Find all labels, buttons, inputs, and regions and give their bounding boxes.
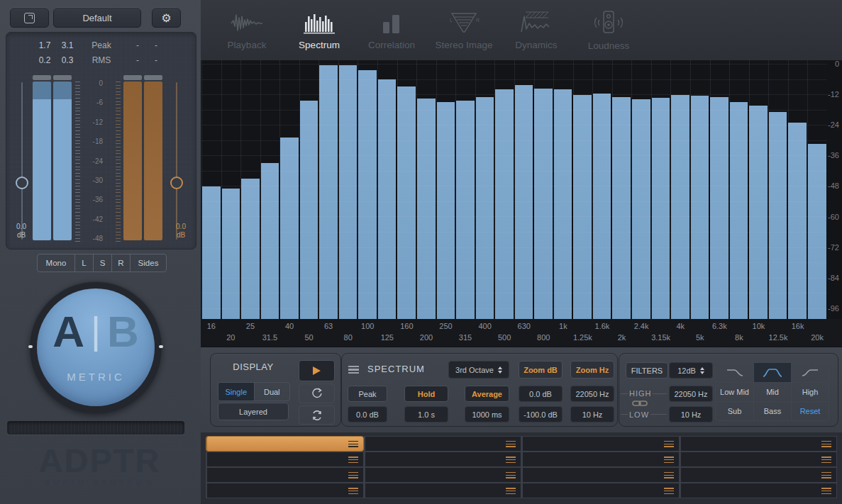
resolution-dropdown[interactable]: 3rd Octave	[448, 361, 509, 379]
filter-band-grid: Low Mid Mid High Sub Bass Reset	[715, 362, 829, 421]
tab-stereo-image[interactable]: L R Stereo Image	[428, 0, 500, 60]
filter-slope-dropdown[interactable]: 12dB	[669, 362, 713, 379]
snapshot-slot-r3c4[interactable]	[680, 467, 838, 483]
snapshot-slot-r4c4[interactable]	[680, 483, 838, 498]
drag-handle-icon[interactable]	[348, 472, 358, 478]
tab-correlation[interactable]: Correlation	[355, 0, 428, 60]
snapshot-slot-r4c1[interactable]	[206, 483, 364, 498]
snapshot-slot-r1c3[interactable]	[521, 436, 680, 452]
spectrum-bar-630	[514, 85, 534, 319]
spectrum-chart[interactable]: 0-12-24-36-48-60-72-84-96	[201, 60, 842, 319]
zoom-db-button[interactable]: Zoom dB	[519, 361, 563, 379]
dynamics-icon	[520, 11, 553, 35]
band-low-mid-button[interactable]: Low Mid	[716, 382, 753, 401]
hold-time-field[interactable]: 1.0 s	[404, 406, 448, 422]
meter-scale-label: -18	[83, 138, 103, 145]
snapshot-slot-r1c2[interactable]	[364, 436, 522, 452]
drag-handle-icon[interactable]	[821, 472, 831, 478]
drag-handle-icon[interactable]	[664, 488, 674, 494]
spinner-icon[interactable]	[700, 367, 704, 374]
menu-icon[interactable]	[348, 366, 359, 374]
sync-button[interactable]	[299, 405, 335, 425]
tab-spectrum[interactable]: Spectrum	[283, 0, 355, 60]
drag-handle-icon[interactable]	[348, 441, 358, 447]
snapshot-slot-r4c3[interactable]	[521, 483, 680, 498]
drag-handle-icon[interactable]	[664, 457, 674, 463]
playback-position-strip[interactable]	[7, 421, 184, 435]
channel-button-r[interactable]: R	[111, 254, 130, 271]
channel-button-s[interactable]: S	[93, 254, 111, 271]
snapshot-slot-r3c2[interactable]	[364, 467, 522, 483]
gain-fader-knob-a[interactable]	[16, 177, 28, 189]
zoom-hz-button[interactable]: Zoom Hz	[570, 361, 614, 379]
band-high-button[interactable]: High	[791, 382, 829, 401]
drag-handle-icon[interactable]	[821, 441, 831, 447]
play-button[interactable]	[299, 360, 335, 381]
drag-handle-icon[interactable]	[506, 441, 516, 447]
link-icon[interactable]	[632, 399, 648, 408]
highpass-filter-button[interactable]	[791, 363, 829, 382]
channel-button-mono[interactable]: Mono	[38, 254, 74, 271]
channel-button-sides[interactable]: Sides	[130, 254, 166, 271]
spinner-icon[interactable]	[498, 366, 502, 374]
display-layered-button[interactable]: Layered	[218, 403, 289, 420]
snapshot-slot-r3c1[interactable]	[206, 467, 364, 483]
channel-button-l[interactable]: L	[74, 254, 93, 271]
drag-handle-icon[interactable]	[348, 488, 358, 494]
drag-handle-icon[interactable]	[821, 488, 831, 494]
drag-handle-icon[interactable]	[506, 472, 516, 478]
loop-button[interactable]	[299, 383, 335, 403]
meter-scale-label: -30	[83, 177, 103, 184]
average-time-field[interactable]: 1000 ms	[465, 406, 509, 422]
resize-window-button[interactable]	[10, 9, 49, 28]
peak-button[interactable]: Peak	[348, 386, 387, 402]
freq-tick-label: 1.6k	[595, 322, 610, 330]
frequency-axis: 16202531.5405063801001251602002503154005…	[201, 319, 842, 346]
band-bass-button[interactable]: Bass	[753, 401, 791, 420]
spectrum-bar-6.3k	[709, 97, 729, 319]
spectrum-bar-1.6k	[592, 94, 612, 319]
freq-min-field[interactable]: 10 Hz	[570, 406, 614, 422]
snapshot-slot-r2c4[interactable]	[680, 452, 838, 467]
snapshot-slot-r2c3[interactable]	[521, 452, 680, 467]
slope-field[interactable]: 0.0 dB	[519, 386, 563, 402]
ab-button-ring: A | B METRIC	[30, 281, 162, 413]
snapshot-slot-r2c2[interactable]	[364, 452, 522, 467]
gain-readout-b: 0.0dB	[170, 223, 192, 240]
tab-dynamics[interactable]: Dynamics	[500, 0, 572, 60]
drag-handle-icon[interactable]	[506, 488, 516, 494]
display-single-button[interactable]: Single	[218, 383, 254, 401]
freq-max-field[interactable]: 22050 Hz	[570, 386, 614, 402]
band-mid-button[interactable]: Mid	[753, 382, 791, 401]
drag-handle-icon[interactable]	[348, 457, 358, 463]
bandpass-filter-button[interactable]	[753, 363, 791, 382]
low-cutoff-field[interactable]: 10 Hz	[669, 406, 713, 422]
drag-handle-icon[interactable]	[506, 457, 516, 463]
band-sub-button[interactable]: Sub	[716, 401, 753, 420]
lowpass-filter-button[interactable]	[716, 363, 753, 382]
hold-button[interactable]: Hold	[404, 386, 448, 402]
ab-compare-button[interactable]: A | B METRIC	[37, 289, 155, 406]
snapshot-slot-r4c2[interactable]	[364, 483, 522, 498]
filters-reset-button[interactable]: Reset	[791, 401, 829, 420]
snapshot-slot-r1c4[interactable]	[680, 436, 838, 452]
settings-button[interactable]: ⚙	[152, 9, 181, 28]
spectrum-bar-8k	[729, 102, 749, 319]
filters-button[interactable]: FILTERS	[626, 362, 668, 379]
range-field[interactable]: -100.0 dB	[519, 406, 563, 422]
drag-handle-icon[interactable]	[664, 472, 674, 478]
snapshot-slot-r2c1[interactable]	[206, 452, 364, 467]
a-rms-right: 0.3	[57, 55, 77, 65]
preset-selector[interactable]: Default	[53, 9, 141, 28]
high-cutoff-field[interactable]: 22050 Hz	[669, 386, 713, 402]
gain-fader-knob-b[interactable]	[170, 177, 183, 189]
drag-handle-icon[interactable]	[821, 457, 831, 463]
display-dual-button[interactable]: Dual	[254, 383, 290, 401]
snapshot-slot-r3c3[interactable]	[521, 467, 680, 483]
snapshot-slot-r1c1[interactable]	[206, 436, 364, 452]
peak-decay-field[interactable]: 0.0 dB	[348, 406, 387, 422]
tab-loudness[interactable]: Loudness	[572, 0, 645, 60]
average-button[interactable]: Average	[465, 386, 509, 402]
tab-playback[interactable]: Playback	[211, 0, 283, 60]
drag-handle-icon[interactable]	[664, 441, 674, 447]
